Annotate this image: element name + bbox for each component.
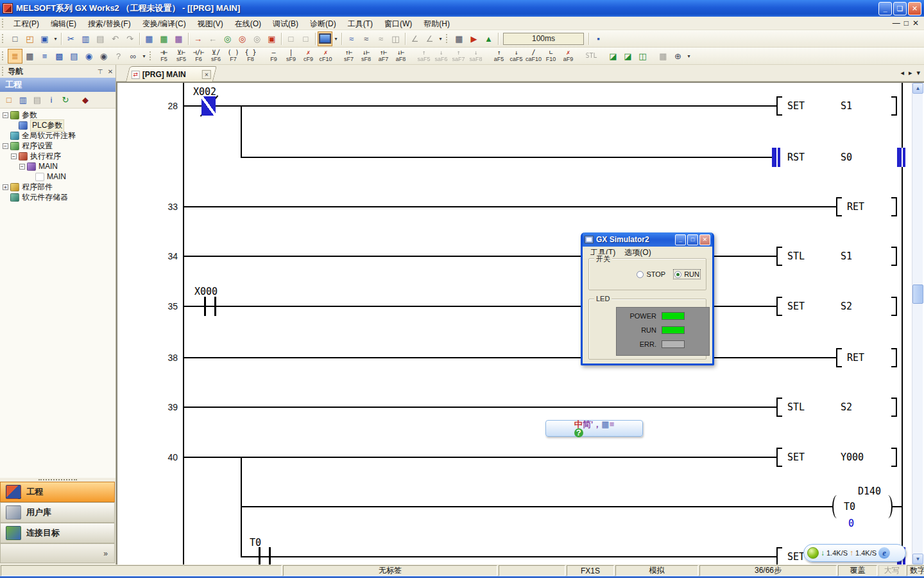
menu-item[interactable]: 在线(O) (229, 18, 267, 30)
contact-x002-active[interactable] (201, 96, 216, 116)
menubar-grip[interactable] (2, 19, 4, 28)
tree-expander[interactable]: + (3, 184, 8, 190)
view-selector-button[interactable]: 用户库 (0, 502, 115, 523)
device-dropdown-caret[interactable]: ▾ (141, 49, 148, 63)
or-rising-pulse-button[interactable]: ↑⊢aF7 (375, 48, 392, 64)
trend-graph2-button[interactable]: ∠ (422, 31, 437, 46)
tab-scroll-left-icon[interactable]: ◂ (900, 69, 904, 77)
simulator-menu-options[interactable]: 选项(O) (620, 247, 654, 259)
note-list-button[interactable]: □ (298, 31, 313, 46)
instruction-ret[interactable]: RET (847, 351, 864, 364)
nav-property-button[interactable]: i (44, 93, 58, 107)
menu-item[interactable]: 调试(B) (267, 18, 304, 30)
instruction-stl[interactable]: STL (787, 250, 805, 263)
edit-comment-button[interactable]: ◪ (606, 49, 620, 64)
pin-icon[interactable]: ⊤ (95, 67, 105, 76)
invert-falling-button[interactable]: ↓caF5 (508, 48, 525, 64)
device-display-button[interactable]: ◉ (81, 49, 96, 64)
nav-close-icon[interactable]: ✕ (105, 67, 116, 76)
tree-item[interactable]: − 程序设置 (0, 141, 116, 151)
tree-expander[interactable]: − (3, 143, 8, 149)
jump-back-button[interactable]: ← (205, 31, 220, 46)
open-project-button[interactable]: ◰ (22, 31, 37, 46)
close-contact-button[interactable]: ⊣/⊢F6 (190, 48, 207, 64)
menu-item[interactable]: 工程(P) (8, 18, 45, 30)
help-button[interactable]: ? (111, 49, 126, 64)
tree-item[interactable]: 软元件存储器 (0, 192, 116, 202)
snapshot-button[interactable]: ◫ (388, 31, 403, 46)
scroll-down-icon[interactable]: ▼ (912, 554, 923, 565)
timer-write-button[interactable]: ▪ (591, 31, 606, 46)
monitor-write-button[interactable]: ≈ (344, 31, 359, 46)
security-globe-icon[interactable] (807, 547, 819, 559)
instruction-set[interactable]: SET (787, 100, 805, 112)
run-radio[interactable]: RUN (674, 270, 699, 278)
simulator-maximize-button[interactable]: □ (687, 234, 698, 245)
view-selector-button[interactable]: 工程 (0, 482, 115, 502)
or-close-contact-button[interactable]: ⊻/sF6 (207, 48, 225, 64)
vertical-scrollbar[interactable]: ▲ ▼ (912, 83, 923, 565)
scroll-up-icon[interactable]: ▲ (912, 83, 923, 94)
coil-button[interactable]: ( )F7 (225, 48, 242, 64)
stop-radio[interactable]: STOP (637, 270, 665, 278)
instruction-rst[interactable]: RST (787, 151, 805, 164)
menu-item[interactable]: 帮助(H) (418, 18, 456, 30)
navigation-window-button[interactable]: ≣ (8, 49, 22, 64)
menu-item[interactable]: 变换/编译(C) (137, 18, 192, 30)
device-batch-button[interactable]: ▤ (67, 49, 81, 64)
simulator-close-button[interactable]: ✕ (699, 234, 710, 245)
cross-reference-jump-button[interactable]: → (191, 31, 205, 46)
toolbar-grip-3[interactable] (2, 51, 4, 60)
instruction-stl[interactable]: STL (787, 401, 805, 414)
operand-s1[interactable]: S1 (841, 100, 852, 112)
minimize-button[interactable]: _ (878, 2, 892, 15)
find-device-button[interactable]: ◎ (220, 31, 235, 46)
simulator-keyboard-button[interactable]: ▦ (452, 31, 466, 46)
simulator-minimize-button[interactable]: _ (675, 234, 686, 245)
menu-item[interactable]: 视图(V) (192, 18, 229, 30)
nav-refresh-button[interactable]: ↻ (58, 93, 73, 107)
tab-close-icon[interactable]: ✕ (202, 70, 211, 79)
device-comment-search-button[interactable]: ▦ (142, 31, 157, 46)
module-configuration-button[interactable]: ▦ (22, 49, 37, 64)
or-open-contact-button[interactable]: ⊻⊢sF5 (173, 48, 190, 64)
tree-item[interactable]: MAIN (0, 171, 116, 182)
ime-help-icon[interactable]: ? (574, 428, 583, 437)
menu-item[interactable]: 编辑(E) (45, 18, 82, 30)
invert-rising-button[interactable]: ↑aF5 (490, 48, 508, 64)
vertical-line-button[interactable]: |sF9 (282, 48, 300, 64)
nav-new-data-button[interactable]: □ (2, 93, 16, 107)
more-tools-caret[interactable]: ▾ (685, 49, 692, 63)
instruction-set[interactable]: SET (787, 300, 805, 313)
scrollbar-thumb[interactable] (912, 285, 923, 304)
pulse-or-open-button[interactable]: ↑saF7 (450, 48, 467, 64)
rising-pulse-button[interactable]: ↑⊢sF7 (340, 48, 357, 64)
monitor-stop-button[interactable]: ≈ (373, 31, 388, 46)
nav-paste-button[interactable]: ▤ (30, 93, 44, 107)
mdi-close-button[interactable]: ✕ (912, 19, 919, 28)
edit-note-button[interactable]: ◫ (635, 49, 650, 64)
trend-dropdown-caret[interactable]: ▾ (437, 32, 444, 46)
program-list-button[interactable]: ≡ (37, 49, 52, 64)
ime-settings-icon[interactable]: ≡ (610, 419, 615, 429)
instruction-set[interactable]: SET (787, 451, 805, 464)
monitor-watch-button[interactable]: ≈ (359, 31, 373, 46)
find-instruction-button[interactable]: ◎ (235, 31, 250, 46)
application-instruction-button[interactable]: { }F8 (242, 48, 259, 64)
new-project-button[interactable]: □ (8, 31, 22, 46)
save-project-button[interactable]: ▣ (37, 31, 52, 46)
simulation-start-button[interactable]: ▶ (466, 31, 481, 46)
restore-button[interactable]: ❏ (893, 2, 907, 15)
edit-statement-button[interactable]: ◪ (620, 49, 635, 64)
stl-button[interactable]: STL (583, 48, 600, 64)
toolbar-grip-2[interactable] (446, 34, 449, 43)
instruction-set-bottom[interactable]: SET (787, 550, 805, 563)
timer-preset-d140[interactable]: D140 (836, 485, 881, 498)
menu-item[interactable]: 搜索/替换(F) (82, 18, 137, 30)
menu-item[interactable]: 窗口(W) (379, 18, 418, 30)
mdi-restore-button[interactable]: □ (904, 19, 909, 28)
save-dropdown-caret[interactable]: ▾ (52, 32, 59, 46)
operand-s1[interactable]: S1 (841, 250, 852, 263)
network-speed-widget[interactable]: ↓ 1.4K/S ↑ 1.4K/S e (803, 544, 906, 562)
scan-time-field[interactable]: 100ms (503, 33, 584, 45)
